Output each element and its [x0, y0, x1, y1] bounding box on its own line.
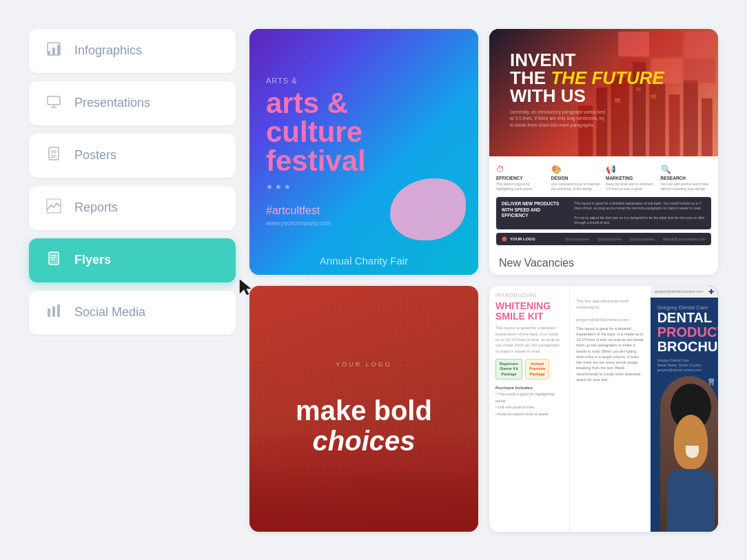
posters-label: Posters — [74, 148, 116, 163]
whitening-desc: This layout is great for a detailed expl… — [495, 325, 563, 354]
bold-headline: make boldchoices — [296, 395, 432, 456]
future-footer: ⬟ YOUR LOGO @yourcompany @yourcompany @y… — [496, 233, 711, 245]
dental-brochure-addr: Gregory Dental Care Street Name, Street,… — [657, 358, 711, 373]
svg-rect-17 — [48, 309, 50, 317]
social-media-icon — [44, 303, 63, 322]
sidebar-item-posters[interactable]: Posters — [29, 134, 236, 178]
dental-middle-section: The first app-advanced teeth whitening k… — [570, 286, 650, 532]
flyers-icon — [44, 251, 63, 270]
posters-icon — [44, 146, 63, 165]
dental-brochure-title: DENTALPRODUCTBROCHURE — [657, 311, 711, 354]
sidebar-item-flyers[interactable]: Flyers — [29, 238, 236, 282]
svg-rect-4 — [48, 96, 60, 105]
svg-rect-11 — [47, 199, 61, 213]
future-subtext: Generally, an introductory paragraph wor… — [510, 109, 606, 129]
sidebar-item-reports[interactable]: Reports — [29, 186, 236, 230]
arts-website: www.yourcompany.com — [266, 220, 462, 227]
whitening-features: Purchase Includes: • This result is good… — [495, 386, 563, 419]
presentations-label: Presentations — [74, 96, 150, 110]
feature-research: 🔍 RESEARCH You can add another word here… — [661, 165, 712, 191]
svg-rect-8 — [51, 150, 57, 154]
arts-pre-title: arts & — [266, 76, 462, 85]
arts-main-title: arts &culturefestival — [266, 89, 462, 176]
whitening-intro: INTRODUCING — [495, 293, 563, 298]
card-bold-choices[interactable]: YOUR LOGO make boldchoices — [249, 286, 478, 532]
dental-brochure-section: gregory@dental.comery.com ✚ Gregory Dent… — [651, 286, 718, 532]
svg-rect-19 — [57, 304, 60, 317]
feature-efficiency: ⏱ EFFICIENCY This layout is good for hig… — [496, 165, 547, 191]
svg-rect-18 — [52, 307, 55, 317]
card-dental[interactable]: INTRODUCING WHITENING SMILE KIT This lay… — [489, 286, 718, 532]
bold-content: YOUR LOGO make boldchoices — [282, 344, 446, 473]
flyers-label: Flyers — [74, 253, 111, 267]
whitening-section: INTRODUCING WHITENING SMILE KIT This lay… — [489, 286, 570, 532]
svg-rect-26 — [684, 81, 698, 156]
infographics-label: Infographics — [74, 43, 142, 58]
svg-rect-27 — [702, 98, 713, 156]
reports-label: Reports — [74, 200, 118, 215]
arts-hashtag: #artcultfest — [266, 205, 462, 217]
feature-marketing: 📢 MARKETING Keep the body text to minimu… — [606, 165, 657, 191]
new-vacancies-label: New Vacancies — [489, 253, 718, 275]
sidebar-item-infographics[interactable]: Infographics — [29, 29, 236, 73]
card-future[interactable]: INVENT THE THE FUTURE WITH US Generally,… — [489, 29, 718, 275]
whitening-headline: WHITENING SMILE KIT — [495, 301, 563, 322]
app-container: Infographics Presentations — [15, 15, 732, 546]
future-headline: INVENT THE THE FUTURE WITH US Generally,… — [500, 41, 674, 138]
presentations-icon — [44, 94, 63, 113]
whitening-packages: BeginnersStarter KitPackage AnnualPremiu… — [495, 359, 563, 379]
arts-card-label: Annual Charity Fair — [249, 255, 478, 267]
arts-tagline: ★ ★ ★ — [266, 181, 462, 194]
social-media-label: Social Media — [74, 305, 145, 320]
reports-icon — [44, 198, 63, 218]
svg-rect-12 — [49, 252, 59, 265]
svg-rect-1 — [52, 48, 55, 55]
card-arts-culture[interactable]: arts & arts &culturefestival ★ ★ ★ #artc… — [249, 29, 478, 275]
main-content: arts & arts &culturefestival ★ ★ ★ #artc… — [249, 29, 718, 532]
feature-design: 🎨 DESIGN Use consistent icons to maintai… — [551, 165, 602, 191]
bold-logo-text: YOUR LOGO — [296, 361, 432, 368]
sidebar-item-social-media[interactable]: Social Media — [29, 291, 236, 335]
deliver-section: DELIVER NEW PRODUCTSWITH SPEED ANDEFFICI… — [496, 197, 711, 229]
sidebar: Infographics Presentations — [29, 29, 236, 532]
infographics-icon — [44, 41, 63, 61]
sidebar-item-presentations[interactable]: Presentations — [29, 81, 236, 125]
